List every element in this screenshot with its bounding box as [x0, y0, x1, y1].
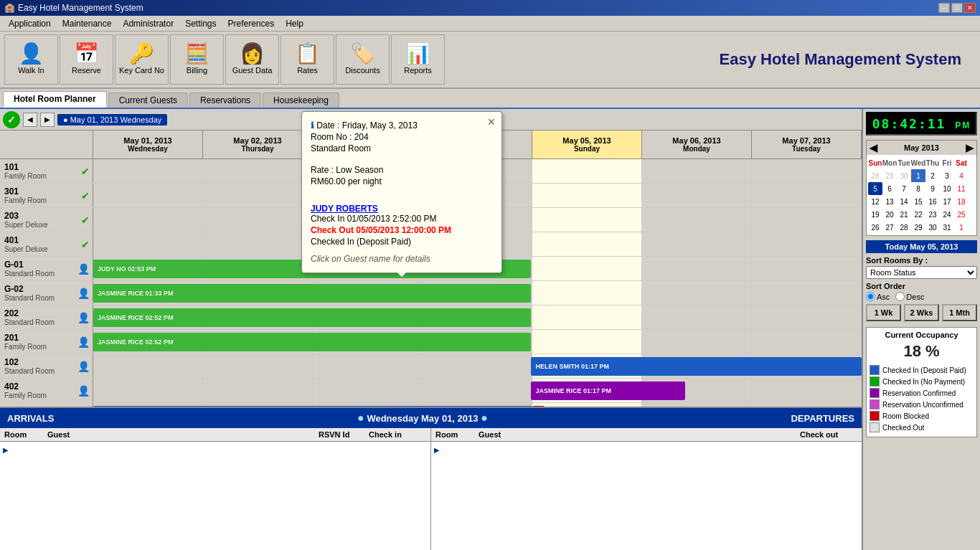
mcal-30[interactable]: 30 — [897, 169, 911, 182]
cell-301-d7[interactable] — [752, 184, 862, 207]
mcal-29b[interactable]: 29 — [911, 221, 925, 234]
menu-settings[interactable]: Settings — [179, 17, 222, 30]
cell-g02-d5[interactable] — [532, 281, 642, 305]
cell-401-d5[interactable] — [532, 232, 642, 256]
cell-401-d1[interactable] — [93, 232, 203, 256]
cell-401-d6[interactable] — [642, 232, 752, 256]
booking-201-jasmine[interactable]: JASMINE RICE 02:52 PM — [93, 333, 531, 351]
mini-cal-next[interactable]: ▶ — [966, 142, 974, 153]
mcal-3[interactable]: 3 — [940, 169, 954, 182]
mcal-20[interactable]: 20 — [882, 208, 897, 221]
cell-202-d6[interactable] — [642, 305, 752, 329]
cell-203-d6[interactable] — [642, 208, 752, 232]
week-2wks-button[interactable]: 2 Wks — [904, 304, 939, 321]
cell-203-d1[interactable] — [93, 208, 203, 232]
menu-help[interactable]: Help — [280, 17, 309, 30]
cell-204-d6[interactable] — [642, 403, 752, 407]
billing-button[interactable]: 🧮 Billing — [170, 34, 224, 85]
mcal-21[interactable]: 21 — [897, 208, 911, 221]
cell-301-d6[interactable] — [642, 184, 752, 207]
mcal-13[interactable]: 13 — [882, 195, 897, 208]
reports-button[interactable]: 📊 Reports — [391, 34, 445, 85]
mcal-17[interactable]: 17 — [940, 195, 954, 208]
cell-201-d7[interactable] — [752, 330, 862, 354]
menu-preferences[interactable]: Preferences — [222, 17, 280, 30]
popup-close-button[interactable]: ✕ — [487, 116, 496, 128]
mcal-7[interactable]: 7 — [897, 182, 911, 195]
cell-101-d7[interactable] — [752, 159, 862, 183]
booking-102-helen[interactable]: HELEN SMITH 01:17 PM — [531, 357, 862, 376]
mcal-22[interactable]: 22 — [911, 208, 925, 221]
cell-g02-d7[interactable] — [752, 281, 862, 305]
mcal-24[interactable]: 24 — [940, 208, 954, 221]
cell-g01-d6[interactable] — [642, 257, 752, 280]
cell-204-d5[interactable] — [532, 403, 642, 407]
mcal-5[interactable]: 5 — [868, 182, 882, 195]
close-button[interactable]: ✕ — [964, 3, 976, 13]
mcal-28[interactable]: 28 — [868, 169, 882, 182]
booking-204-judy[interactable]: JUDY ROBERTS 02:52 PM — [93, 406, 532, 407]
mcal-14[interactable]: 14 — [897, 195, 911, 208]
mcal-4[interactable]: 4 — [954, 169, 969, 182]
mcal-28b[interactable]: 28 — [897, 221, 911, 234]
booking-402-jasmine[interactable]: JASMINE RICE 01:17 PM — [531, 381, 684, 400]
menu-application[interactable]: Application — [3, 17, 57, 30]
week-1mth-button[interactable]: 1 Mth — [942, 304, 977, 321]
mcal-1[interactable]: 1 — [911, 169, 925, 182]
cell-101-d5[interactable] — [532, 159, 642, 183]
sort-select[interactable]: Room Status Room Number Room Type — [866, 266, 977, 279]
tab-hotel-room-planner[interactable]: Hotel Room Planner — [3, 91, 107, 108]
guest-data-button[interactable]: 👩 Guest Data — [225, 34, 279, 85]
popup-guest-name[interactable]: JUDY ROBERTS — [311, 204, 493, 214]
minimize-button[interactable]: ─ — [938, 3, 950, 13]
cell-203-d5[interactable] — [532, 208, 642, 232]
tab-current-guests[interactable]: Current Guests — [108, 93, 188, 108]
cell-401-d2[interactable] — [203, 232, 313, 256]
cell-402-d2[interactable] — [203, 379, 313, 402]
mcal-26[interactable]: 26 — [868, 221, 882, 234]
mcal-6[interactable]: 6 — [882, 182, 897, 195]
tab-housekeeping[interactable]: Housekeeping — [263, 93, 339, 108]
cell-301-d2[interactable] — [203, 184, 313, 207]
cell-101-d2[interactable] — [203, 159, 313, 183]
cell-203-d7[interactable] — [752, 208, 862, 232]
cell-402-d3[interactable] — [313, 379, 423, 402]
mcal-29[interactable]: 29 — [882, 169, 897, 182]
menu-administrator[interactable]: Administrator — [117, 17, 179, 30]
cell-402-d1[interactable] — [93, 379, 203, 402]
cell-202-d5[interactable] — [532, 305, 642, 329]
mcal-27[interactable]: 27 — [882, 221, 897, 234]
cell-g01-d5[interactable] — [532, 257, 642, 280]
mcal-9[interactable]: 9 — [925, 182, 940, 195]
mcal-16[interactable]: 16 — [925, 195, 940, 208]
cell-202-d7[interactable] — [752, 305, 862, 329]
walk-in-button[interactable]: 👤 Walk In — [4, 34, 58, 85]
reserve-button[interactable]: 📅 Reserve — [60, 34, 113, 85]
mcal-10[interactable]: 10 — [940, 182, 954, 195]
cell-201-d6[interactable] — [642, 330, 752, 354]
cell-201-d5[interactable] — [532, 330, 642, 354]
cell-401-d7[interactable] — [752, 232, 862, 256]
cell-102-d4[interactable] — [423, 354, 532, 378]
mcal-19[interactable]: 19 — [868, 208, 882, 221]
sort-desc-radio[interactable] — [895, 292, 905, 301]
booking-g02-jasmine[interactable]: JASMINE RICE 01:33 PM — [93, 284, 531, 303]
mini-cal-prev[interactable]: ◀ — [870, 142, 877, 153]
mcal-2[interactable]: 2 — [925, 169, 940, 182]
discounts-button[interactable]: 🏷️ Discounts — [336, 34, 390, 85]
booking-202-jasmine[interactable]: JASMINE RICE 02:52 PM — [93, 308, 531, 327]
mcal-18[interactable]: 18 — [954, 195, 969, 208]
cell-203-d2[interactable] — [203, 208, 313, 232]
cell-402-d4[interactable] — [423, 379, 532, 402]
cell-301-d1[interactable] — [93, 184, 203, 207]
key-card-button[interactable]: 🔑 Key Card No — [115, 34, 169, 85]
go-today-button[interactable]: ✓ — [3, 111, 20, 128]
mcal-31[interactable]: 31 — [940, 221, 954, 234]
menu-maintenance[interactable]: Maintenance — [57, 17, 118, 30]
maximize-button[interactable]: □ — [951, 3, 963, 13]
cell-102-d1[interactable] — [93, 354, 203, 378]
mcal-15[interactable]: 15 — [911, 195, 925, 208]
cell-204-d7[interactable] — [752, 403, 862, 407]
cell-101-d6[interactable] — [642, 159, 752, 183]
sort-asc-radio[interactable] — [866, 292, 875, 301]
